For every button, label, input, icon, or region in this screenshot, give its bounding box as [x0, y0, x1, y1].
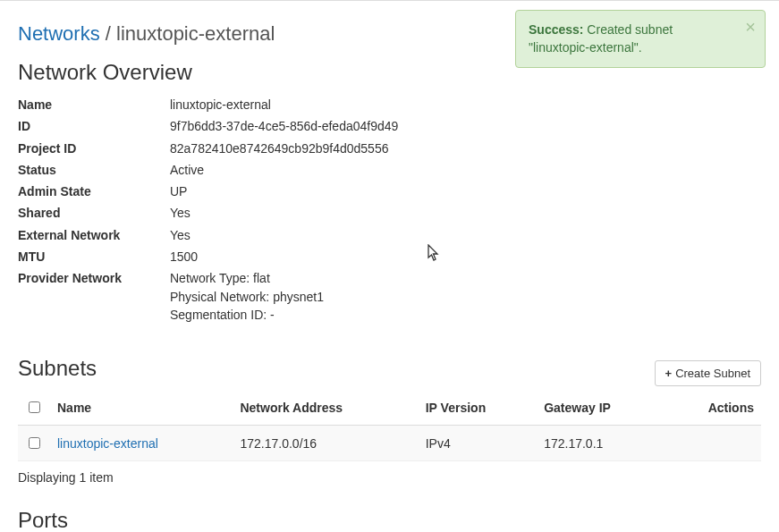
label-external: External Network [18, 226, 170, 244]
subnets-col-address[interactable]: Network Address [233, 390, 418, 426]
breadcrumb-sep: / [100, 22, 116, 45]
provider-physical: Physical Network: physnet1 [170, 288, 324, 306]
label-admin-state: Admin State [18, 182, 170, 200]
value-name: linuxtopic-external [170, 96, 271, 114]
value-id: 9f7b6dd3-37de-4ce5-856d-efeda04f9d49 [170, 117, 398, 135]
success-alert: Success: Created subnet "linuxtopic-exte… [515, 10, 766, 68]
subnets-select-all-checkbox[interactable] [29, 401, 40, 413]
value-provider: Network Type: flat Physical Network: phy… [170, 269, 324, 324]
subnets-table: Name Network Address IP Version Gateway … [18, 390, 761, 461]
subnet-address: 172.17.0.0/16 [233, 426, 418, 461]
value-project-id: 82a782410e8742649cb92b9f4d0d5556 [170, 139, 388, 157]
provider-type: Network Type: flat [170, 269, 324, 287]
close-icon[interactable]: × [745, 18, 756, 36]
label-shared: Shared [18, 204, 170, 222]
subnets-col-gateway[interactable]: Gateway IP [537, 390, 665, 426]
value-shared: Yes [170, 204, 191, 222]
value-external: Yes [170, 226, 191, 244]
label-project-id: Project ID [18, 139, 170, 157]
subnets-col-ipver[interactable]: IP Version [419, 390, 537, 426]
subnets-heading: Subnets [18, 356, 97, 381]
provider-seg: Segmentation ID: - [170, 306, 324, 324]
subnet-name-link[interactable]: linuxtopic-external [57, 436, 158, 451]
label-status: Status [18, 161, 170, 179]
subnet-row-checkbox[interactable] [29, 437, 40, 449]
label-mtu: MTU [18, 248, 170, 266]
subnet-ipver: IPv4 [419, 426, 537, 461]
create-subnet-label: Create Subnet [675, 367, 750, 380]
ports-heading: Ports [18, 508, 761, 532]
subnets-col-actions: Actions [665, 390, 761, 426]
label-provider: Provider Network [18, 269, 170, 324]
subnets-displaying: Displaying 1 item [18, 470, 761, 485]
subnet-gateway: 172.17.0.1 [537, 426, 665, 461]
subnets-col-name[interactable]: Name [50, 390, 233, 426]
create-subnet-button[interactable]: +Create Subnet [655, 360, 761, 386]
value-admin-state: UP [170, 182, 187, 200]
label-name: Name [18, 96, 170, 114]
breadcrumb-root-link[interactable]: Networks [18, 22, 100, 45]
subnet-row: linuxtopic-external 172.17.0.0/16 IPv4 1… [18, 426, 761, 461]
value-mtu: 1500 [170, 248, 198, 266]
breadcrumb-current: linuxtopic-external [116, 22, 275, 45]
alert-strong: Success: [529, 22, 583, 37]
label-id: ID [18, 117, 170, 135]
value-status: Active [170, 161, 204, 179]
plus-icon: + [665, 367, 673, 380]
